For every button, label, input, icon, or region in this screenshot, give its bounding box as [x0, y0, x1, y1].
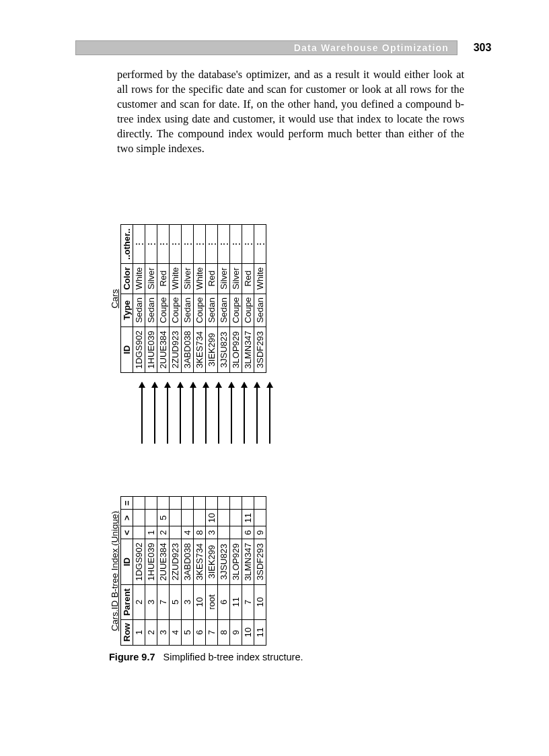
- cars-col-header: ..other..: [121, 225, 133, 263]
- table-row: 3LOP929CoupeSilver⋮: [230, 225, 242, 373]
- page-number: 303: [466, 40, 499, 56]
- index-col-header: Row: [121, 619, 133, 645]
- table-row: 3KES734CoupeWhite⋮: [194, 225, 206, 373]
- mapping-arrow: [218, 382, 219, 444]
- page: Data Warehouse Optimization 303 performe…: [0, 0, 549, 756]
- table-row: 1073LMN347611: [242, 497, 254, 646]
- table-row: 7root3IEK299310: [206, 497, 218, 646]
- cars-table-title: Cars: [109, 225, 121, 373]
- table-row: 1HUE039SedanSilver⋮: [145, 225, 157, 373]
- cars-col-header: Type: [121, 294, 133, 327]
- table-row: 121DGS902: [133, 497, 145, 646]
- figure-diagram: Cars.ID B-tree Index (Unique) RowParentI…: [109, 191, 280, 646]
- table-row: 6103KES7348: [194, 497, 206, 646]
- index-col-header: Parent: [121, 585, 133, 619]
- cars-col-header: Color: [121, 263, 133, 294]
- table-row: 9113LOP929: [230, 497, 242, 646]
- index-table: Cars.ID B-tree Index (Unique) RowParentI…: [109, 496, 266, 646]
- table-row: 2ZUD923CoupeWhite⋮: [170, 225, 182, 373]
- body-paragraph: performed by the database's optimizer, a…: [117, 67, 464, 156]
- index-col-header: >: [121, 509, 133, 526]
- table-row: 3ABD038SedanSilver⋮: [182, 225, 194, 373]
- mapping-arrow: [231, 382, 232, 444]
- mapping-arrow: [141, 382, 143, 444]
- table-row: 3IEK299SedanRed⋮: [206, 225, 218, 373]
- cars-col-header: ID: [121, 327, 133, 372]
- table-row: 3LMN347CoupeRed⋮: [242, 225, 254, 373]
- table-row: 3JSU823SedanSilver⋮: [218, 225, 230, 373]
- mapping-arrow: [256, 382, 258, 444]
- table-row: 2UUE384CoupeRed⋮: [157, 225, 170, 373]
- mapping-arrow: [192, 382, 194, 444]
- mapping-arrow: [154, 382, 155, 444]
- figure-caption: Figure 9.7 Simplified b-tree index struc…: [109, 652, 303, 662]
- figure-caption-text: Simplified b-tree index structure.: [163, 652, 303, 662]
- table-row: 372UUE38425: [157, 497, 170, 646]
- index-col-header: <: [121, 526, 133, 539]
- mapping-arrow: [244, 382, 245, 444]
- chapter-title: Data Warehouse Optimization: [294, 40, 449, 55]
- index-col-header: =: [121, 497, 133, 510]
- index-table-title: Cars.ID B-tree Index (Unique): [109, 497, 121, 646]
- table-row: 452ZUD923: [170, 497, 182, 646]
- figure-label: Figure 9.7: [109, 652, 155, 662]
- mapping-arrow: [180, 382, 181, 444]
- mapping-arrow: [205, 382, 207, 444]
- page-header: Data Warehouse Optimization 303: [75, 40, 499, 57]
- index-col-header: ID: [121, 539, 133, 584]
- table-row: 231HUE0391: [145, 497, 157, 646]
- table-row: 1DGS902SedanWhite⋮: [133, 225, 145, 373]
- table-row: 533ABD0384: [182, 497, 194, 646]
- table-row: 863JSU823: [218, 497, 230, 646]
- mapping-arrow: [269, 382, 270, 444]
- table-row: 11103SDF2939: [254, 497, 266, 646]
- cars-table: Cars IDTypeColor..other..1DGS902SedanWhi…: [109, 224, 266, 373]
- table-row: 3SDF293SedanWhite⋮: [254, 225, 266, 373]
- mapping-arrow: [167, 382, 168, 444]
